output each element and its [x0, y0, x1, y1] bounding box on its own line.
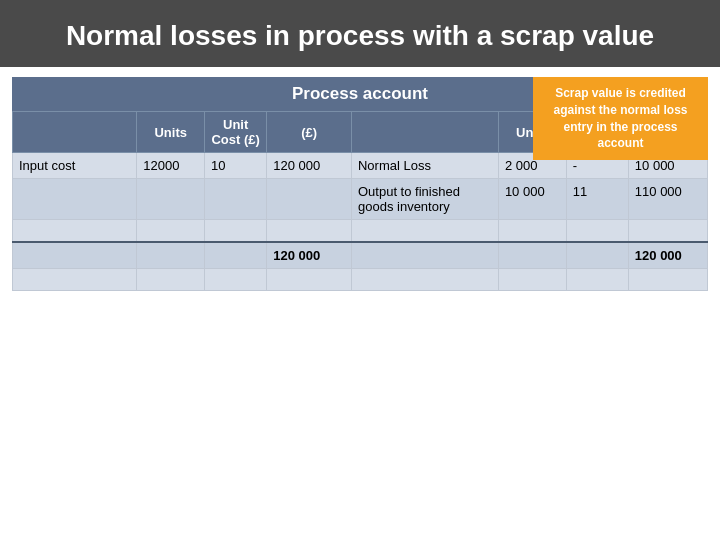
table-row-total: 120 000 120 000	[13, 242, 708, 269]
left-pounds-4: 120 000	[267, 242, 352, 269]
right-unitcost-3	[566, 220, 628, 242]
left-label-1: Input cost	[13, 153, 137, 179]
empty-8	[628, 268, 707, 290]
left-pounds-3	[267, 220, 352, 242]
right-pounds-2: 110 000	[628, 179, 707, 220]
empty-5	[351, 268, 498, 290]
right-label-2: Output to finished goods inventory	[351, 179, 498, 220]
empty-6	[498, 268, 566, 290]
col-header-unitcost-left: Unit Cost (£)	[205, 112, 267, 153]
page-title: Normal losses in process with a scrap va…	[0, 0, 720, 67]
right-unitcost-2: 11	[566, 179, 628, 220]
empty-7	[566, 268, 628, 290]
table-row	[13, 220, 708, 242]
left-pounds-1: 120 000	[267, 153, 352, 179]
callout-box: Scrap value is credited against the norm…	[533, 77, 708, 160]
right-units-3	[498, 220, 566, 242]
right-units-4	[498, 242, 566, 269]
right-label-3	[351, 220, 498, 242]
empty-2	[137, 268, 205, 290]
left-unitcost-2	[205, 179, 267, 220]
left-unitcost-3	[205, 220, 267, 242]
left-units-2	[137, 179, 205, 220]
col-header-units-left: Units	[137, 112, 205, 153]
col-header-desc	[351, 112, 498, 153]
left-units-1: 12000	[137, 153, 205, 179]
left-pounds-2	[267, 179, 352, 220]
content-area: Scrap value is credited against the norm…	[0, 67, 720, 299]
left-units-3	[137, 220, 205, 242]
left-label-3	[13, 220, 137, 242]
left-unitcost-4	[205, 242, 267, 269]
right-pounds-4: 120 000	[628, 242, 707, 269]
empty-4	[267, 268, 352, 290]
right-pounds-3	[628, 220, 707, 242]
col-header-left-label	[13, 112, 137, 153]
left-units-4	[137, 242, 205, 269]
left-label-2	[13, 179, 137, 220]
col-header-pounds-left: (£)	[267, 112, 352, 153]
table-row: Output to finished goods inventory 10 00…	[13, 179, 708, 220]
right-label-1: Normal Loss	[351, 153, 498, 179]
right-unitcost-4	[566, 242, 628, 269]
right-units-2: 10 000	[498, 179, 566, 220]
left-unitcost-1: 10	[205, 153, 267, 179]
left-label-4	[13, 242, 137, 269]
empty-3	[205, 268, 267, 290]
empty-1	[13, 268, 137, 290]
table-row	[13, 268, 708, 290]
right-label-4	[351, 242, 498, 269]
